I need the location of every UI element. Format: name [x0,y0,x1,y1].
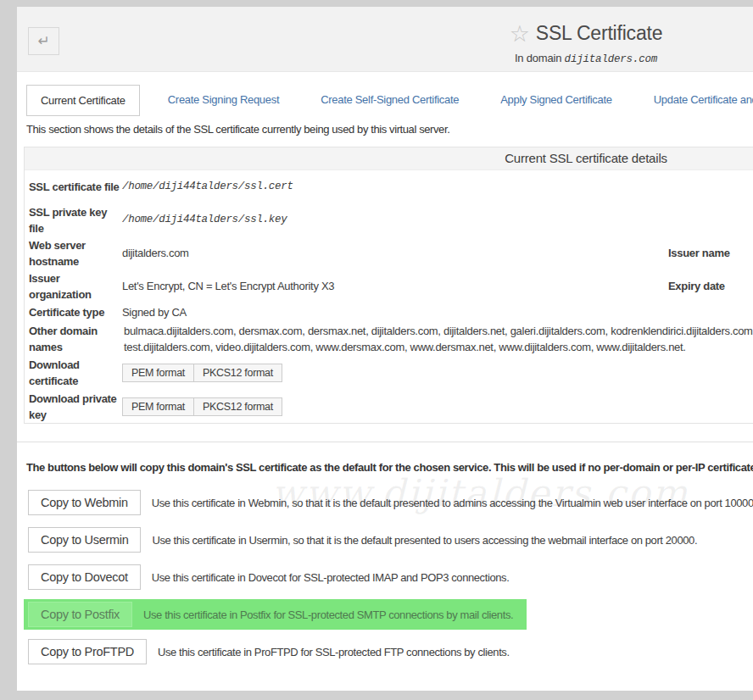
web-server-hostname-value: dijitalders.com [122,245,668,261]
copy-to-postfix-button[interactable]: Copy to Postfix [28,602,132,627]
download-certificate-pem-button[interactable]: PEM format [123,364,194,381]
row-label: Download certificate [29,357,120,389]
section-divider [17,442,753,442]
star-icon[interactable]: ☆ [510,21,530,47]
download-certificate-pkcs12-button[interactable]: PKCS12 format [194,364,282,381]
copy-to-dovecot-button[interactable]: Copy to Dovecot [28,564,141,590]
certificate-type-value: Signed by CA [122,304,668,320]
table-row: Certificate type Signed by CA [25,303,753,322]
table-row: Issuer organization Let's Encrypt, CN = … [25,269,753,303]
title-block: ☆SSL Certificate In domain dijitalders.c… [17,7,753,65]
other-domains-line-1: bulmaca.dijitalders.com, dersmax.com, de… [124,323,753,339]
ssl-private-key-file-value: /home/diji44talders/ssl.key [122,212,668,228]
copy-service-list: Copy to Webmin Use this certificate in W… [17,487,753,667]
table-title: Current SSL certificate details [25,147,753,170]
tab-update-certificate-and-key[interactable]: Update Certificate and Key [640,85,753,116]
certificate-details-table: Current SSL certificate details SSL cert… [24,147,753,424]
copy-to-proftpd-button[interactable]: Copy to ProFTPD [28,639,147,664]
download-certificate-buttons: PEM format PKCS12 format [122,364,668,382]
tab-create-self-signed-certificate[interactable]: Create Self-Signed Certificate [307,85,472,116]
table-row: Download private key PEM format PKCS12 f… [25,390,753,423]
table-row: SSL certificate file /home/diji44talders… [25,170,753,203]
download-private-key-button-group: PEM format PKCS12 format [122,397,282,416]
row-label: Other domain names [29,323,120,355]
copy-usermin-row: Copy to Usermin Use this certificate in … [24,525,711,555]
copy-dovecot-description: Use this certificate in Dovecot for SSL-… [152,571,510,584]
issuer-name-label: Issuer name [668,245,730,261]
ssl-certificate-page: ↵ ☆SSL Certificate In domain dijitalders… [17,7,753,691]
copy-usermin-description: Use this certificate in Usermin, so that… [152,534,697,547]
tab-apply-signed-certificate[interactable]: Apply Signed Certificate [487,85,626,116]
other-domains-line-2: test.dijitalders.com, video.dijitalders.… [124,339,753,355]
row-label: Certificate type [29,304,120,320]
copy-postfix-description: Use this certificate in Postfix for SSL-… [143,608,513,621]
row-label: Issuer organization [29,270,120,303]
row-label: Web server hostname [29,237,120,269]
copy-proftpd-row: Copy to ProFTPD Use this certificate in … [24,636,523,667]
back-button[interactable]: ↵ [28,27,59,55]
copy-webmin-row: Copy to Webmin Use this certificate in W… [24,487,753,518]
download-private-key-buttons: PEM format PKCS12 format [122,397,668,416]
section-description: This section shows the details of the SS… [26,123,753,136]
subtitle-prefix: In domain [515,52,561,64]
copy-dovecot-row: Copy to Dovecot Use this certificate in … [24,562,522,592]
issuer-organization-value: Let's Encrypt, CN = Let's Encrypt Author… [122,278,668,294]
download-certificate-button-group: PEM format PKCS12 format [122,364,282,382]
domain-name: dijitalders.com [565,53,658,65]
ssl-certificate-file-value: /home/diji44talders/ssl.cert [122,179,668,195]
page-subtitle: In domain dijitalders.com [17,52,753,65]
tab-bar: Current Certificate Create Signing Reque… [26,85,753,116]
table-row: Web server hostname dijitalders.com Issu… [25,236,753,269]
copy-section-heading: The buttons below will copy this domain'… [26,461,753,474]
copy-to-webmin-button[interactable]: Copy to Webmin [28,490,141,515]
table-row: Other domain names bulmaca.dijitalders.c… [25,322,753,356]
download-private-key-pem-button[interactable]: PEM format [123,398,194,415]
copy-postfix-row-highlighted: Copy to Postfix Use this certificate in … [24,599,527,630]
return-arrow-icon: ↵ [37,33,49,49]
row-label: SSL certificate file [29,179,120,195]
copy-webmin-description: Use this certificate in Webmin, so that … [152,497,753,509]
copy-proftpd-description: Use this certificate in ProFTPD for SSL-… [158,646,510,658]
row-label: Download private key [29,391,120,423]
download-private-key-pkcs12-button[interactable]: PKCS12 format [194,398,282,415]
tab-current-certificate[interactable]: Current Certificate [26,85,140,116]
copy-to-usermin-button[interactable]: Copy to Usermin [28,527,141,553]
page-header: ↵ ☆SSL Certificate In domain dijitalders… [17,7,753,72]
other-domain-names-value: bulmaca.dijitalders.com, dersmax.com, de… [122,323,753,355]
table-row: SSL private key file /home/diji44talders… [25,203,753,236]
row-label: SSL private key file [29,204,120,236]
expiry-date-label: Expiry date [668,278,725,294]
table-row: Download certificate PEM format PKCS12 f… [25,356,753,390]
tab-create-signing-request[interactable]: Create Signing Request [154,85,293,116]
page-title: SSL Certificate [536,22,663,44]
